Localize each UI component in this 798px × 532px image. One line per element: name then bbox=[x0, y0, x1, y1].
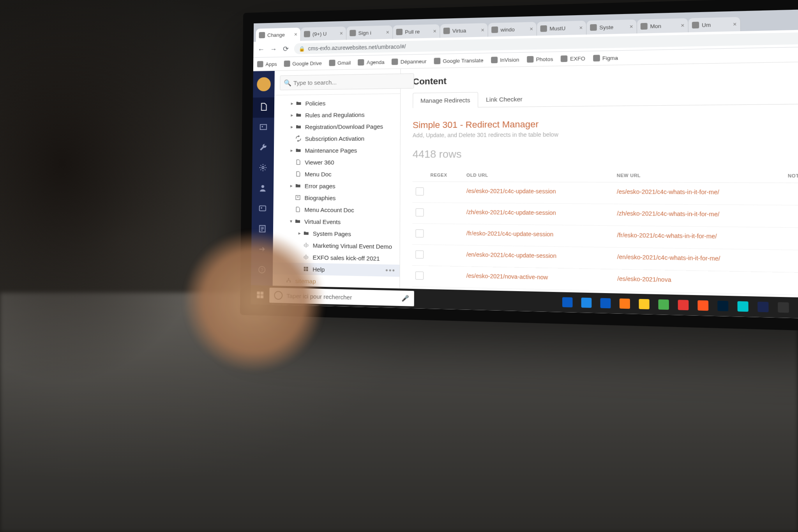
nav-content[interactable] bbox=[253, 97, 275, 118]
expand-icon[interactable]: ▸ bbox=[290, 101, 295, 106]
old-url: /es/esko-2021/nova-active-now bbox=[463, 267, 614, 291]
browser-tab[interactable]: Syste× bbox=[586, 19, 637, 35]
expand-icon[interactable]: ▸ bbox=[290, 112, 294, 118]
favicon-icon bbox=[692, 22, 699, 29]
column-header[interactable]: OLD URL bbox=[463, 169, 613, 182]
browser-tab[interactable]: Change× bbox=[256, 28, 301, 42]
tree-node[interactable]: ▸Registration/Download Pages bbox=[274, 120, 400, 133]
browser-tab[interactable]: Mon× bbox=[637, 18, 689, 34]
taskbar-app[interactable] bbox=[753, 296, 773, 317]
row-checkbox[interactable] bbox=[416, 187, 424, 196]
browser-tab[interactable]: windo× bbox=[488, 22, 537, 37]
tree-label: Error pages bbox=[305, 182, 335, 189]
new-url: /es/esko-2021/nova bbox=[614, 269, 786, 295]
browser-tab[interactable]: Um× bbox=[689, 17, 741, 32]
close-icon[interactable]: × bbox=[630, 23, 633, 30]
back-button[interactable]: ← bbox=[257, 46, 265, 53]
expand-icon[interactable]: ▸ bbox=[290, 148, 294, 153]
search-input[interactable] bbox=[280, 73, 414, 90]
nav-media[interactable] bbox=[252, 118, 274, 138]
bookmark-item[interactable]: Google Translate bbox=[434, 57, 483, 64]
expand-icon[interactable]: ▸ bbox=[289, 183, 294, 188]
bookmark-item[interactable]: EXFO bbox=[561, 55, 585, 62]
taskbar-app[interactable] bbox=[615, 293, 635, 314]
close-icon[interactable]: × bbox=[433, 28, 437, 35]
expand-icon[interactable] bbox=[289, 195, 293, 200]
taskbar-app[interactable] bbox=[634, 294, 654, 315]
expand-icon[interactable] bbox=[289, 207, 293, 212]
bookmark-item[interactable]: Photos bbox=[527, 56, 553, 63]
taskbar-app[interactable] bbox=[713, 295, 733, 316]
taskbar-app[interactable] bbox=[654, 294, 674, 315]
tree-node[interactable]: Biographies bbox=[274, 191, 400, 204]
bookmark-label: EXFO bbox=[570, 55, 585, 62]
app-icon bbox=[678, 300, 689, 310]
taskbar-app[interactable] bbox=[596, 293, 615, 314]
expand-icon[interactable] bbox=[289, 159, 294, 165]
browser-tab[interactable]: Sign i× bbox=[346, 25, 393, 40]
tab-label: Change bbox=[267, 32, 285, 38]
bookmark-item[interactable]: Gmail bbox=[329, 59, 351, 66]
browser-tab[interactable]: MustU× bbox=[537, 21, 587, 35]
table-row[interactable]: /es/esko-2021/c4c-update-session/es/esko… bbox=[412, 182, 798, 205]
close-icon[interactable]: × bbox=[733, 21, 737, 27]
row-checkbox[interactable] bbox=[415, 271, 424, 279]
bookmark-item[interactable]: Dépanneur bbox=[392, 58, 426, 65]
umbraco-logo[interactable] bbox=[257, 77, 271, 91]
bookmark-item[interactable]: InVision bbox=[491, 56, 519, 63]
column-header[interactable]: NOTE bbox=[784, 169, 798, 183]
expand-icon[interactable] bbox=[289, 171, 294, 177]
forward-button[interactable]: → bbox=[270, 45, 277, 53]
tree-node[interactable]: ▾Virtual Events bbox=[273, 215, 400, 228]
content-tab[interactable]: Manage Redirects bbox=[413, 92, 478, 108]
app-icon bbox=[697, 300, 708, 311]
tree-node[interactable]: Menu Doc bbox=[274, 168, 400, 180]
bookmark-item[interactable]: Google Drive bbox=[284, 60, 322, 67]
browser-tab[interactable]: Virtua× bbox=[440, 23, 488, 38]
expand-icon[interactable] bbox=[290, 136, 294, 141]
node-actions-icon[interactable]: ••• bbox=[385, 266, 395, 275]
column-header[interactable]: NEW URL bbox=[613, 169, 784, 183]
tree-node[interactable]: ▸Policies bbox=[274, 96, 400, 110]
close-icon[interactable]: × bbox=[579, 25, 583, 31]
bookmark-item[interactable]: Figma bbox=[593, 55, 618, 62]
tree-node[interactable]: ▸Maintenance Pages bbox=[274, 144, 400, 156]
bookmark-item[interactable]: Apps bbox=[257, 61, 277, 67]
nav-users[interactable] bbox=[252, 179, 274, 199]
bookmark-label: Figma bbox=[602, 55, 618, 61]
browser-tab[interactable]: Pull re× bbox=[393, 24, 440, 39]
tree-node[interactable]: ▸Error pages bbox=[274, 180, 400, 192]
row-checkbox[interactable] bbox=[415, 229, 424, 237]
close-icon[interactable]: × bbox=[340, 30, 343, 36]
browser-tab[interactable]: (9+) U× bbox=[301, 27, 346, 41]
content-tab[interactable]: Link Checker bbox=[478, 91, 530, 107]
taskbar-app[interactable] bbox=[773, 297, 794, 318]
row-checkbox[interactable] bbox=[416, 209, 424, 217]
expand-icon[interactable]: ▸ bbox=[297, 230, 302, 236]
taskbar-app[interactable] bbox=[558, 292, 577, 313]
taskbar-app[interactable] bbox=[673, 295, 693, 316]
column-header[interactable]: REGEX bbox=[427, 168, 463, 182]
expand-icon[interactable]: ▾ bbox=[289, 218, 293, 224]
nav-developer[interactable] bbox=[252, 158, 274, 179]
taskbar-app[interactable] bbox=[733, 296, 753, 317]
taskbar-app[interactable] bbox=[577, 292, 596, 313]
tree-node[interactable]: Viewer 360 bbox=[274, 156, 400, 168]
bookmark-item[interactable]: Agenda bbox=[358, 59, 385, 65]
tree-node[interactable]: Menu Account Doc bbox=[273, 203, 400, 216]
close-icon[interactable]: × bbox=[386, 29, 389, 35]
row-checkbox[interactable] bbox=[415, 250, 424, 258]
close-icon[interactable]: × bbox=[481, 27, 484, 34]
tree-node[interactable]: ▸Rules and Regulations bbox=[274, 108, 400, 121]
close-icon[interactable]: × bbox=[681, 22, 684, 29]
close-icon[interactable]: × bbox=[530, 26, 533, 32]
nav-members[interactable] bbox=[252, 199, 274, 219]
bookmark-icon bbox=[257, 61, 263, 67]
close-icon[interactable]: × bbox=[294, 31, 297, 37]
taskbar-app[interactable] bbox=[793, 297, 798, 319]
expand-icon[interactable]: ▸ bbox=[290, 124, 294, 129]
tree-node[interactable]: Subscription Activation bbox=[274, 132, 400, 145]
nav-settings[interactable] bbox=[252, 138, 274, 158]
taskbar-app[interactable] bbox=[693, 295, 713, 316]
reload-button[interactable]: ⟳ bbox=[282, 45, 290, 53]
